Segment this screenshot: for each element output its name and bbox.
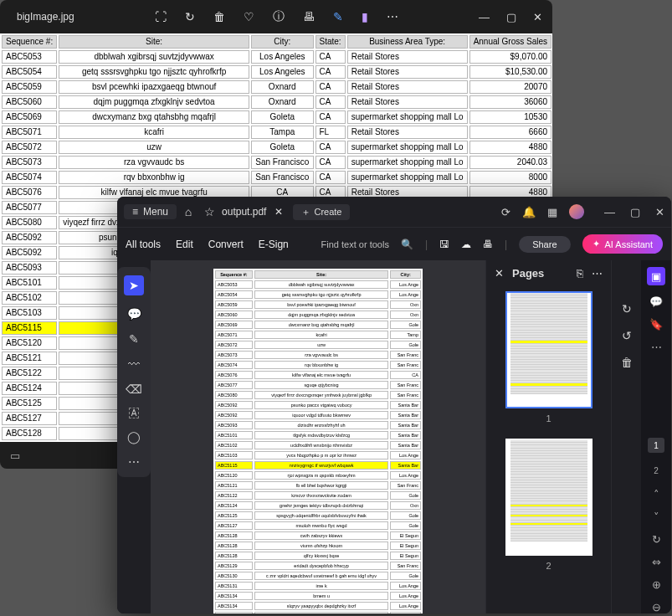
- print-pdf-icon[interactable]: 🖶: [483, 239, 493, 250]
- shapes-tool-icon[interactable]: ◯: [127, 430, 141, 444]
- zoom-in-icon[interactable]: ⊕: [652, 578, 661, 591]
- text-tool-icon[interactable]: A: [129, 408, 140, 418]
- pages-more-icon[interactable]: ⋯: [592, 267, 603, 280]
- table-row: ABC5073rza vgvvaudc bsSan FranciscoCAsup…: [2, 156, 551, 169]
- pages-panel-close-icon[interactable]: ✕: [495, 267, 504, 280]
- favorite-icon[interactable]: ♡: [244, 10, 254, 23]
- table-row: ABC5134slqzyv yaapyyqbx depdghzky itxzfL…: [215, 602, 421, 610]
- table-row: ABC5071kcafriTampaFLRetail Stores6660: [2, 126, 551, 139]
- more-icon[interactable]: ⋯: [387, 10, 398, 23]
- more-panel-icon[interactable]: ⋯: [651, 341, 662, 353]
- pdf-maximize-icon[interactable]: ▢: [630, 206, 640, 218]
- table-row: ABC5124gnehz jsmges tektyv tdbvnqxb dxiz…: [215, 501, 421, 510]
- page-nav-1[interactable]: 1: [648, 438, 664, 453]
- edit-image-icon[interactable]: ✎: [333, 10, 343, 23]
- save-icon[interactable]: 🖫: [439, 239, 449, 250]
- erase-tool-icon[interactable]: ⌫: [126, 382, 142, 396]
- highlight-tool-icon[interactable]: ✎: [129, 332, 139, 346]
- tab-edit[interactable]: Edit: [176, 239, 193, 250]
- page-down-icon[interactable]: ˅: [654, 511, 659, 523]
- page-nav-2[interactable]: 2: [648, 463, 664, 478]
- table-row: ABC5101tfgsfyk mdsvdbytzov klsfzcgSanta …: [215, 431, 421, 439]
- menu-button[interactable]: ≡ Menu: [124, 204, 177, 219]
- table-row: ABC5072uzwGole: [215, 341, 421, 349]
- apps-grid-icon[interactable]: ▦: [547, 206, 557, 218]
- ai-assistant-button[interactable]: ✦ AI Assistant: [582, 234, 663, 254]
- thumb-2-label: 2: [546, 561, 551, 571]
- pdf-minimize-icon[interactable]: ―: [604, 206, 615, 218]
- print-icon[interactable]: 🖶: [303, 10, 315, 23]
- delete-icon[interactable]: 🗑: [213, 10, 225, 23]
- bell-icon[interactable]: 🔔: [522, 206, 536, 218]
- pages-side-rail: ↻ ↺ 🗑: [611, 260, 641, 613]
- hamburger-icon: ≡: [132, 206, 138, 218]
- rotate-cw-icon[interactable]: ↻: [622, 302, 632, 316]
- table-row: ABC5054getq sssrsvghpku tgo njjsztc qyhr…: [215, 290, 421, 299]
- comment-tool-icon[interactable]: 💬: [127, 307, 141, 321]
- search-input-label[interactable]: Find text or tools: [321, 239, 389, 249]
- info-icon[interactable]: ⓘ: [273, 9, 285, 24]
- more-tools-icon[interactable]: ⋯: [128, 455, 140, 469]
- page-up-icon[interactable]: ˄: [654, 488, 659, 501]
- maximize-icon[interactable]: ▢: [506, 11, 516, 23]
- image-viewer-titlebar: bigImage.jpg ⛶ ↻ 🗑 ♡ ⓘ 🖶 ✎ ▮ ⋯ ― ▢ ✕: [0, 0, 552, 33]
- avatar-icon[interactable]: [569, 204, 584, 219]
- column-header: Site:: [59, 35, 249, 49]
- insert-page-icon[interactable]: ⎘: [577, 267, 583, 280]
- table-row: ABC5076kilfw vlfanaj elc mvue tvagrfuCA: [215, 371, 421, 379]
- menu-label: Menu: [143, 206, 168, 218]
- rotate-ccw-icon[interactable]: ↺: [622, 329, 632, 342]
- column-header: Site:: [254, 270, 389, 279]
- tab-close-icon[interactable]: ✕: [274, 206, 283, 218]
- select-tool-icon[interactable]: ➤: [124, 275, 144, 295]
- sync-icon[interactable]: ⟳: [501, 206, 510, 218]
- bookmarks-panel-icon[interactable]: 🔖: [649, 318, 663, 331]
- slideshow-icon[interactable]: ▭: [10, 449, 20, 462]
- pdf-right-rail: ▣ 💬 🔖 ⋯ 1 2 ˄ ˅ ↻ ⇔ ⊕ ⊖: [641, 260, 671, 613]
- star-icon[interactable]: ☆: [200, 205, 218, 218]
- table-row: ABC5102ucldhxdihfi wnxbnijo rthmvixbzSan…: [215, 441, 421, 449]
- pdf-close-icon[interactable]: ✕: [655, 206, 664, 218]
- rotate-view-icon[interactable]: ↻: [652, 533, 661, 546]
- tab-all-tools[interactable]: All tools: [126, 239, 161, 250]
- table-row: ABC5128cwih zabszyv kkiewxEl Segun: [215, 531, 421, 540]
- table-row: ABC5127msoloh mwnbo flyc wsgdGole: [215, 521, 421, 530]
- image-filename: bigImage.jpg: [17, 11, 74, 23]
- search-icon[interactable]: 🔍: [401, 239, 413, 250]
- share-button[interactable]: Share: [519, 236, 570, 253]
- minimize-icon[interactable]: ―: [479, 11, 490, 23]
- delete-page-icon[interactable]: 🗑: [621, 356, 633, 369]
- table-row: ABC5060dqjm puggmqa zfxgklnjv sedvtoaOxn…: [2, 95, 551, 109]
- table-row: ABC5071kcafriTamp: [215, 331, 421, 339]
- zoom-out-icon[interactable]: ⊖: [652, 601, 661, 613]
- tab-convert[interactable]: Convert: [208, 239, 244, 250]
- app-icon[interactable]: ▮: [362, 10, 368, 23]
- table-row: ABC5080viyqezf firrz dvxcngxmqer ymhwxk …: [215, 391, 421, 399]
- pdf-toolbar: All tools Edit Convert E-Sign Find text …: [117, 227, 671, 260]
- create-button[interactable]: ＋ Create: [293, 204, 350, 220]
- table-row: ABC5128viumn ofshzp hkxomEl Segun: [215, 542, 421, 550]
- table-row: ABC5092iquoor vdgd tdfuuto bkwmwvSanta B…: [215, 411, 421, 419]
- close-icon[interactable]: ✕: [533, 11, 542, 23]
- zoom-icon[interactable]: ⛶: [155, 10, 167, 23]
- page-thumbnail-2[interactable]: [505, 439, 592, 556]
- draw-tool-icon[interactable]: 〰: [128, 357, 140, 371]
- pdf-main-viewer[interactable]: Sequence #:Site:City:ABC5053dbblwah xgib…: [151, 260, 485, 613]
- home-button[interactable]: ⌂: [177, 205, 200, 218]
- tab-esign[interactable]: E-Sign: [259, 239, 289, 250]
- cloud-upload-icon[interactable]: ☁: [461, 239, 471, 250]
- table-row: ABC5069dwcxmanz bxg qtahsbhg mqafrjlGole: [215, 321, 421, 329]
- table-row: ABC5093dizixdhr enzxsfzhyhf uhSanta Bar: [215, 421, 421, 429]
- fit-width-icon[interactable]: ⇔: [652, 556, 661, 568]
- panel-toggle-icon[interactable]: ▣: [647, 267, 665, 285]
- rotate-icon[interactable]: ↻: [185, 10, 195, 23]
- table-row: ABC5130c znr vpldrt aqedcbwuf uxwtmewf b…: [215, 572, 421, 580]
- pdf-left-toolbar: ➤ 💬 ✎ 〰 ⌫ A ◯ ⋯: [117, 260, 151, 613]
- table-row: ABC5074rqv bbxonbhw igSan FranciscoCAsup…: [2, 171, 551, 184]
- table-row: ABC5131ime kLos Ange: [215, 582, 421, 590]
- column-header: Sequence #:: [2, 35, 57, 49]
- table-row: ABC5059bsvl pcewhki ipazxgaeqg btwnoufOx…: [2, 80, 551, 94]
- page-thumbnail-1[interactable]: [505, 291, 592, 408]
- comments-panel-icon[interactable]: 💬: [649, 295, 663, 308]
- pdf-page-content: Sequence #:Site:City:ABC5053dbblwah xgib…: [213, 269, 423, 613]
